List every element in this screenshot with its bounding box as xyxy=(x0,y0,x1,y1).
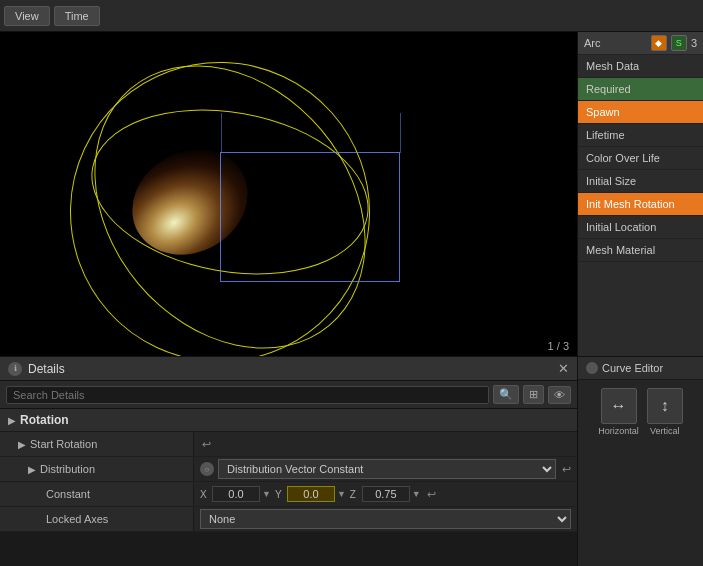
arc-icon-s[interactable]: S xyxy=(671,35,687,51)
distribution-icon: ○ xyxy=(200,462,214,476)
coord-z-label: Z xyxy=(350,489,360,500)
horizontal-btn-group: ↔ Horizontal xyxy=(598,388,639,436)
constant-row: Constant X ▼ Y ▼ Z xyxy=(0,482,577,507)
distribution-arrow: ▶ xyxy=(28,464,36,475)
coord-z-input[interactable] xyxy=(362,486,410,502)
coord-y-input[interactable] xyxy=(287,486,335,502)
start-rotation-arrow: ▶ xyxy=(18,439,26,450)
distribution-value: ○ Distribution Vector Constant ↩ xyxy=(194,457,577,481)
rotation-section-header[interactable]: ▶ Rotation xyxy=(0,409,577,432)
right-panel: Arc ◆ S 3 Mesh Data Required Spawn Lifet… xyxy=(577,32,703,356)
locked-axes-value: None xyxy=(194,507,577,531)
details-header: ℹ Details ✕ xyxy=(0,357,577,381)
start-rotation-row: ▶ Start Rotation ↩ xyxy=(0,432,577,457)
panel-item-mesh-data[interactable]: Mesh Data xyxy=(578,55,703,78)
details-panel: ℹ Details ✕ 🔍 ⊞ 👁 ▶ Rotation ▶ Start Rot… xyxy=(0,356,577,566)
rotation-arrow: ▶ xyxy=(8,415,16,426)
grid-view-button[interactable]: ⊞ xyxy=(523,385,544,404)
panel-item-init-mesh-rotation[interactable]: Init Mesh Rotation xyxy=(578,193,703,216)
curve-editor-label: Curve Editor xyxy=(578,357,703,380)
distribution-select[interactable]: Distribution Vector Constant xyxy=(218,459,556,479)
coord-x-arrow[interactable]: ▼ xyxy=(262,489,271,499)
distribution-reset[interactable]: ↩ xyxy=(562,463,571,476)
distribution-row: ▶ Distribution ○ Distribution Vector Con… xyxy=(0,457,577,482)
locked-axes-label: Locked Axes xyxy=(0,507,194,531)
coord-z-field: Z ▼ xyxy=(350,486,421,502)
panel-item-initial-location[interactable]: Initial Location xyxy=(578,216,703,239)
curve-editor-panel: Curve Editor ↔ Horizontal ↕ Vertical xyxy=(577,356,703,566)
bounding-box xyxy=(220,152,400,282)
locked-axes-select[interactable]: None xyxy=(200,509,571,529)
panel-item-mesh-material[interactable]: Mesh Material xyxy=(578,239,703,262)
curve-editor-buttons: ↔ Horizontal ↕ Vertical xyxy=(578,380,703,444)
panel-item-spawn[interactable]: Spawn xyxy=(578,101,703,124)
panel-item-lifetime[interactable]: Lifetime xyxy=(578,124,703,147)
curve-editor-icon xyxy=(586,362,598,374)
arc-header: Arc ◆ S 3 xyxy=(578,32,703,55)
constant-label: Constant xyxy=(0,482,194,506)
search-button[interactable]: 🔍 xyxy=(493,385,519,404)
details-title: Details xyxy=(28,362,552,376)
coord-x-label: X xyxy=(200,489,210,500)
particle-scene: 1 / 3 xyxy=(0,32,577,356)
panel-item-color-over-life[interactable]: Color Over Life xyxy=(578,147,703,170)
viewport: 1 / 3 xyxy=(0,32,577,356)
coord-y-arrow[interactable]: ▼ xyxy=(337,489,346,499)
viewport-canvas: 1 / 3 xyxy=(0,32,577,356)
panel-list: Mesh Data Required Spawn Lifetime Color … xyxy=(578,55,703,356)
start-rotation-label: ▶ Start Rotation xyxy=(0,432,194,456)
coord-y-field: Y ▼ xyxy=(275,486,346,502)
details-icon: ℹ xyxy=(8,362,22,376)
horizontal-button[interactable]: ↔ xyxy=(601,388,637,424)
constant-value: X ▼ Y ▼ Z ▼ ↩ xyxy=(194,482,577,506)
arc-icon-orange[interactable]: ◆ xyxy=(651,35,667,51)
details-close-button[interactable]: ✕ xyxy=(558,361,569,376)
rotation-section-label: Rotation xyxy=(20,413,69,427)
details-search-input[interactable] xyxy=(6,386,489,404)
coord-x-field: X ▼ xyxy=(200,486,271,502)
vertical-label: Vertical xyxy=(650,426,680,436)
horizontal-label: Horizontal xyxy=(598,426,639,436)
main-area: 1 / 3 Arc ◆ S 3 Mesh Data Required Spawn… xyxy=(0,32,703,356)
panel-item-required[interactable]: Required xyxy=(578,78,703,101)
details-content: ▶ Rotation ▶ Start Rotation ↩ ▶ Distribu… xyxy=(0,409,577,566)
coord-z-arrow[interactable]: ▼ xyxy=(412,489,421,499)
arc-label: Arc xyxy=(584,37,647,49)
visibility-button[interactable]: 👁 xyxy=(548,386,571,404)
start-rotation-reset[interactable]: ↩ xyxy=(202,438,211,451)
viewport-counter: 1 / 3 xyxy=(548,340,569,352)
bottom-area: ℹ Details ✕ 🔍 ⊞ 👁 ▶ Rotation ▶ Start Rot… xyxy=(0,356,703,566)
vertical-button[interactable]: ↕ xyxy=(647,388,683,424)
details-search-bar: 🔍 ⊞ 👁 xyxy=(0,381,577,409)
view-button[interactable]: View xyxy=(4,6,50,26)
vertical-btn-group: ↕ Vertical xyxy=(647,388,683,436)
coord-y-label: Y xyxy=(275,489,285,500)
start-rotation-value: ↩ xyxy=(194,432,577,456)
arc-number: 3 xyxy=(691,37,697,49)
constant-reset[interactable]: ↩ xyxy=(427,488,436,501)
panel-item-initial-size[interactable]: Initial Size xyxy=(578,170,703,193)
distribution-label: ▶ Distribution xyxy=(0,457,194,481)
time-button[interactable]: Time xyxy=(54,6,100,26)
coord-x-input[interactable] xyxy=(212,486,260,502)
top-bar: View Time xyxy=(0,0,703,32)
locked-axes-row: Locked Axes None xyxy=(0,507,577,532)
